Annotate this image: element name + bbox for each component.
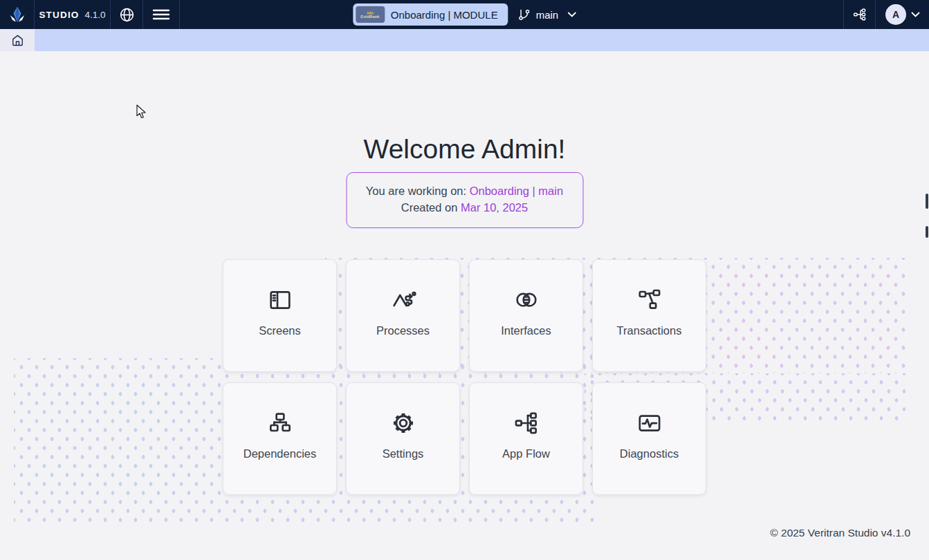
avatar: A — [885, 4, 906, 25]
project-link[interactable]: Onboarding | main — [470, 185, 563, 197]
card-label: Screens — [259, 324, 301, 337]
card-screens[interactable]: Screens — [223, 259, 337, 372]
globe-icon — [119, 7, 135, 23]
card-label: App Flow — [502, 447, 550, 460]
goldbank-badge-label: GoldBank — [360, 15, 380, 19]
git-branch-icon — [518, 8, 531, 21]
copyright-text: © 2025 Veritran Studio v4.1.0 — [770, 527, 910, 539]
home-icon — [11, 34, 24, 47]
card-label: Settings — [383, 447, 424, 460]
chevron-down-icon — [911, 12, 920, 17]
brand: STUDIO 4.1.0 — [35, 0, 111, 29]
tab-home[interactable] — [0, 29, 35, 51]
hierarchy-button[interactable] — [843, 0, 876, 29]
branch-selector[interactable]: main — [518, 8, 577, 21]
interfaces-icon — [513, 285, 540, 315]
app-flow-icon — [513, 408, 540, 438]
page-title: Welcome Admin! — [0, 134, 929, 165]
goldbank-badge: GoldBank — [356, 6, 385, 23]
processes-icon — [389, 285, 417, 315]
veritran-studio-window: STUDIO 4.1.0 GoldBan — [0, 0, 929, 560]
menu-button[interactable] — [143, 0, 180, 29]
card-diagnostics[interactable]: Diagnostics — [592, 382, 706, 495]
top-navbar: STUDIO 4.1.0 GoldBan — [0, 0, 929, 29]
created-on-prefix: Created on — [401, 201, 458, 214]
dependencies-icon — [266, 408, 294, 438]
product-version: 4.1.0 — [85, 10, 106, 20]
module-selector[interactable]: GoldBank Onboarding | MODULE — [353, 3, 508, 26]
card-app-flow[interactable]: App Flow — [469, 382, 583, 495]
branch-name: main — [536, 9, 559, 21]
veritran-logo-icon — [8, 5, 27, 24]
card-dependencies[interactable]: Dependencies — [223, 382, 337, 495]
created-date: Mar 10, 2025 — [461, 201, 528, 214]
tab-bar — [0, 29, 929, 51]
scrollbar-thumb[interactable] — [926, 194, 928, 209]
user-menu[interactable]: A — [876, 0, 929, 29]
workspace-info-box: You are working on: Onboarding | main Cr… — [346, 172, 583, 228]
product-name: STUDIO — [39, 10, 79, 20]
card-label: Dependencies — [243, 447, 317, 460]
card-interfaces[interactable]: Interfaces — [469, 259, 583, 372]
working-on-line: You are working on: Onboarding | main — [347, 183, 582, 200]
card-label: Transactions — [617, 324, 682, 337]
card-label: Diagnostics — [620, 447, 679, 460]
chevron-down-icon — [567, 12, 576, 17]
screens-icon — [266, 285, 294, 315]
hamburger-icon — [152, 8, 170, 21]
scrollbar-thumb[interactable] — [926, 226, 928, 238]
navbar-center: GoldBank Onboarding | MODULE main — [353, 0, 576, 29]
diagnostics-icon — [636, 408, 663, 438]
card-transactions[interactable]: Transactions — [592, 259, 706, 372]
card-label: Processes — [376, 324, 430, 337]
module-card-grid: Screens Processes — [223, 259, 706, 495]
module-pill-label: Onboarding | MODULE — [391, 9, 498, 21]
working-on-prefix: You are working on: — [366, 185, 466, 197]
created-on-line: Created on Mar 10, 2025 — [347, 200, 582, 216]
card-label: Interfaces — [501, 324, 551, 337]
navbar-right: A — [843, 0, 929, 29]
globe-button[interactable] — [111, 0, 143, 29]
hierarchy-icon — [852, 7, 867, 22]
mouse-cursor — [136, 104, 147, 120]
card-processes[interactable]: Processes — [346, 259, 460, 372]
transactions-icon — [636, 285, 663, 315]
settings-icon — [389, 408, 417, 438]
veritran-logo[interactable] — [0, 0, 35, 29]
card-settings[interactable]: Settings — [346, 382, 460, 495]
